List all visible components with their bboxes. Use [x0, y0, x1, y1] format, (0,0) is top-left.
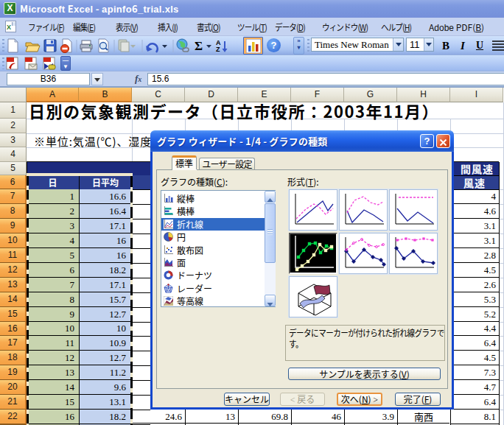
svg-text:Z: Z [216, 46, 220, 53]
svg-text:Σ: Σ [195, 39, 203, 53]
